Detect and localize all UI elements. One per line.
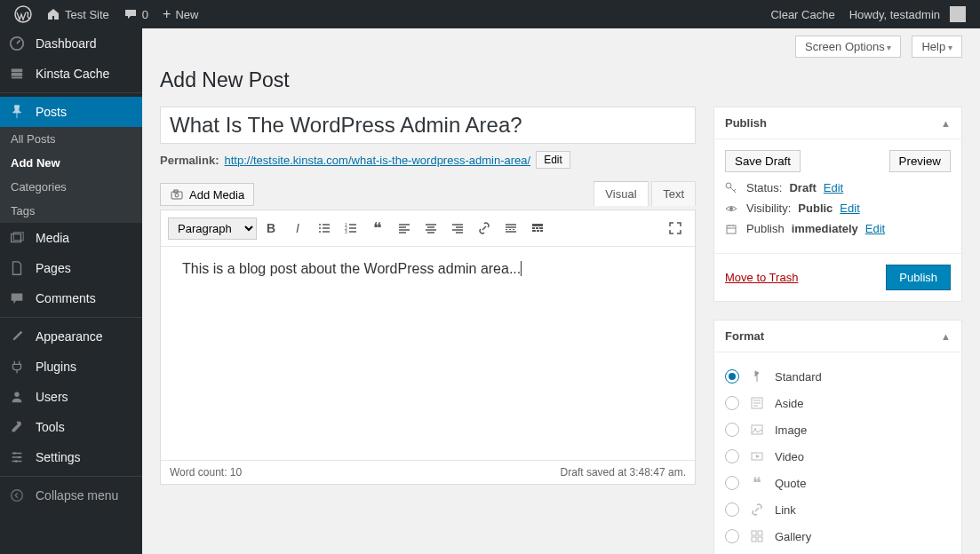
wrench-icon: [9, 419, 27, 435]
comments-link[interactable]: 0: [116, 0, 155, 28]
format-option-quote[interactable]: ❝ Quote: [725, 470, 951, 496]
preview-button[interactable]: Preview: [889, 150, 951, 172]
sidebar-appearance[interactable]: Appearance: [0, 321, 142, 352]
permalink-row: Permalink: http://testsite.kinsta.com/wh…: [160, 151, 696, 169]
sidebar-tools[interactable]: Tools: [0, 412, 142, 442]
site-link[interactable]: Test Site: [39, 0, 116, 28]
tab-text[interactable]: Text: [651, 181, 696, 206]
schedule-edit[interactable]: Edit: [865, 222, 885, 235]
permalink-url[interactable]: http://testsite.kinsta.com/what-is-the-w…: [224, 154, 530, 167]
svg-rect-27: [540, 230, 543, 232]
avatar: [950, 6, 966, 22]
howdy[interactable]: Howdy, testadmin: [842, 0, 973, 28]
key-icon: [725, 182, 739, 194]
format-option-standard[interactable]: Standard: [725, 363, 951, 390]
svg-point-9: [18, 456, 20, 459]
format-option-gallery[interactable]: Gallery: [725, 523, 951, 550]
sidebar-media[interactable]: Media: [0, 223, 142, 253]
post-title-input[interactable]: [160, 107, 696, 144]
sliders-icon: [9, 449, 27, 465]
format-option-link[interactable]: Link: [725, 496, 951, 523]
comments-icon: [9, 290, 27, 306]
radio-icon: [725, 529, 739, 543]
editor-content[interactable]: This is a blog post about the WordPress …: [161, 247, 695, 460]
sidebar-posts-sub: All Posts Add New Categories Tags: [0, 127, 142, 223]
screen-options-button[interactable]: Screen Options: [795, 36, 901, 58]
format-option-aside[interactable]: Aside: [725, 390, 951, 416]
add-media-button[interactable]: Add Media: [160, 183, 254, 206]
sidebar-dashboard[interactable]: Dashboard: [0, 28, 142, 59]
svg-rect-24: [539, 227, 543, 229]
italic-button[interactable]: I: [285, 216, 310, 241]
image-icon: [748, 421, 766, 439]
sub-all-posts[interactable]: All Posts: [0, 127, 142, 151]
ul-button[interactable]: [312, 216, 337, 241]
publish-head[interactable]: Publish▲: [714, 107, 961, 139]
svg-rect-4: [12, 77, 23, 79]
fullscreen-button[interactable]: [663, 216, 688, 241]
sidebar-pages[interactable]: Pages: [0, 253, 142, 283]
eye-icon: [725, 202, 739, 215]
toolbar-toggle-button[interactable]: [525, 216, 550, 241]
readmore-button[interactable]: [498, 216, 523, 241]
sidebar-posts[interactable]: Posts: [0, 97, 142, 127]
align-right-button[interactable]: [445, 216, 470, 241]
save-draft-button[interactable]: Save Draft: [725, 150, 801, 172]
format-option-audio[interactable]: Audio: [725, 550, 951, 554]
word-count: Word count: 10: [170, 466, 242, 479]
sub-add-new[interactable]: Add New: [0, 151, 142, 175]
bold-button[interactable]: B: [259, 216, 283, 241]
svg-point-16: [319, 227, 321, 229]
visibility-edit[interactable]: Edit: [840, 202, 859, 215]
sidebar-collapse[interactable]: Collapse menu: [0, 480, 142, 510]
clear-cache[interactable]: Clear Cache: [763, 0, 841, 28]
admin-toolbar: Test Site 0 + New Clear Cache Howdy, tes…: [0, 0, 980, 28]
tab-visual[interactable]: Visual: [594, 181, 648, 206]
sub-categories[interactable]: Categories: [0, 175, 142, 199]
format-option-image[interactable]: Image: [725, 416, 951, 443]
link-icon: [748, 501, 766, 518]
svg-rect-30: [727, 226, 736, 233]
comment-count: 0: [142, 8, 148, 21]
wp-logo[interactable]: [7, 0, 39, 28]
new-link[interactable]: + New: [155, 0, 205, 28]
editor: Paragraph B I 123 ❝: [160, 210, 696, 485]
quote-icon: ❝: [748, 474, 766, 492]
align-left-button[interactable]: [392, 216, 417, 241]
radio-icon: [725, 369, 739, 384]
format-option-video[interactable]: Video: [725, 443, 951, 470]
sidebar-comments[interactable]: Comments: [0, 283, 142, 313]
svg-rect-36: [758, 531, 762, 535]
calendar-icon: [725, 223, 739, 235]
media-icon: [9, 230, 27, 246]
plus-icon: +: [163, 6, 171, 22]
permalink-edit-button[interactable]: Edit: [536, 151, 570, 169]
format-select[interactable]: Paragraph: [168, 218, 257, 240]
publish-button[interactable]: Publish: [886, 265, 951, 290]
svg-point-10: [15, 460, 18, 463]
sidebar-users[interactable]: Users: [0, 382, 142, 412]
sidebar-plugins[interactable]: Plugins: [0, 352, 142, 382]
radio-icon: [725, 396, 739, 410]
help-button[interactable]: Help: [912, 36, 962, 58]
link-button[interactable]: [472, 216, 497, 241]
sub-tags[interactable]: Tags: [0, 199, 142, 223]
sidebar-kinsta[interactable]: Kinsta Cache: [0, 59, 142, 89]
status-edit[interactable]: Edit: [824, 181, 843, 194]
svg-rect-2: [12, 69, 23, 73]
align-center-button[interactable]: [418, 216, 443, 241]
admin-sidebar: Dashboard Kinsta Cache Posts All Posts A…: [0, 28, 142, 554]
quote-button[interactable]: ❝: [365, 216, 390, 241]
home-icon: [46, 7, 60, 21]
svg-rect-3: [12, 73, 23, 76]
svg-rect-23: [536, 227, 538, 229]
ol-button[interactable]: 123: [339, 216, 363, 241]
collapse-icon: [9, 487, 27, 503]
comment-icon: [123, 7, 138, 21]
move-to-trash[interactable]: Move to Trash: [725, 271, 798, 284]
format-panel: Format▲ Standard Aside Image Video ❝ Quo…: [713, 320, 962, 554]
new-label: New: [175, 8, 198, 21]
svg-rect-38: [758, 537, 762, 542]
format-head[interactable]: Format▲: [714, 321, 961, 352]
sidebar-settings[interactable]: Settings: [0, 442, 142, 472]
